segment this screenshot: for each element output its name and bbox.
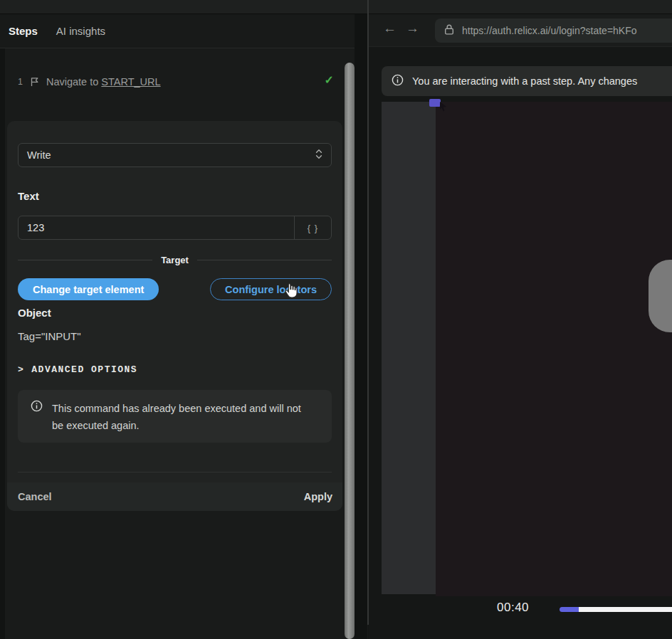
text-input: 123 { } <box>18 216 332 240</box>
step-row[interactable]: 1 Navigate to START_URL ✓ <box>18 74 338 90</box>
app-window: Steps AI insights 1 Navigate to START_UR… <box>0 0 672 639</box>
configure-locators-button[interactable]: Configure locators <box>210 278 332 300</box>
lock-icon <box>444 23 454 38</box>
variables-braces-button[interactable]: { } <box>294 216 331 239</box>
object-value: Tag="INPUT" <box>18 330 81 342</box>
change-target-element-button[interactable]: Change target element <box>18 278 159 300</box>
hand-cursor-icon <box>283 282 298 302</box>
divider-line <box>197 260 332 260</box>
window-top-strip <box>0 0 672 14</box>
editor-footer: Cancel Apply <box>7 482 342 511</box>
step-action-text: Navigate to <box>46 76 98 88</box>
url-text: https://auth.relicx.ai/u/login?state=hKF… <box>462 25 637 36</box>
panel-gutter <box>355 14 367 639</box>
steps-panel: Steps AI insights 1 Navigate to START_UR… <box>0 14 368 639</box>
text-input-value[interactable]: 123 <box>19 216 294 239</box>
panel-left-edge <box>0 14 5 639</box>
select-chevrons-icon <box>315 148 322 163</box>
chevron-right-icon: > <box>18 364 24 375</box>
step-editor-card: Write Text 123 { } Target Change <box>7 121 342 511</box>
screenshot-content-region <box>436 102 672 596</box>
flag-icon <box>30 77 39 87</box>
info-icon <box>31 400 43 443</box>
executed-notice-text: This command has already been executed a… <box>52 400 308 443</box>
info-icon <box>392 74 404 89</box>
playback-progress-bar[interactable] <box>560 607 672 612</box>
apply-button[interactable]: Apply <box>304 491 332 502</box>
object-label: Object <box>18 307 51 319</box>
tab-steps[interactable]: Steps <box>9 25 38 37</box>
progress-remaining-segment <box>579 607 672 612</box>
screenshot-cursor-icon <box>439 101 448 115</box>
command-select[interactable]: Write <box>18 143 332 167</box>
panel-scrollbar[interactable] <box>345 63 355 639</box>
panel-tabbar: Steps AI insights <box>0 14 355 48</box>
advanced-options-label: ADVANCED OPTIONS <box>31 364 137 375</box>
progress-done-segment <box>560 607 579 612</box>
target-section-divider: Target <box>18 253 332 266</box>
playback-time: 00:40 <box>497 601 529 615</box>
preview-panel: ← → https://auth.relicx.ai/u/login?state… <box>369 14 672 639</box>
floating-side-handle[interactable] <box>649 260 672 332</box>
step-description: Navigate to START_URL <box>46 76 161 88</box>
command-select-value: Write <box>27 149 315 161</box>
advanced-options-toggle[interactable]: > ADVANCED OPTIONS <box>18 364 137 375</box>
divider-line <box>18 260 152 260</box>
browser-bar: ← → https://auth.relicx.ai/u/login?state… <box>369 14 672 47</box>
step-success-check-icon: ✓ <box>325 73 334 87</box>
cancel-button[interactable]: Cancel <box>18 491 52 502</box>
step-number: 1 <box>18 77 23 87</box>
target-divider-label: Target <box>161 255 189 265</box>
tab-ai-insights[interactable]: AI insights <box>56 25 105 37</box>
past-step-banner-text: You are interacting with a past step. An… <box>412 75 637 87</box>
screenshot-sidebar-region <box>382 102 436 594</box>
text-field-label: Text <box>18 190 39 202</box>
footer-divider <box>18 472 332 472</box>
executed-notice: This command has already been executed a… <box>18 390 332 443</box>
target-buttons-row: Change target element Configure locators <box>18 278 332 300</box>
url-bar[interactable]: https://auth.relicx.ai/u/login?state=hKF… <box>435 19 672 43</box>
back-arrow-icon[interactable]: ← <box>383 21 397 36</box>
step-target-link[interactable]: START_URL <box>101 76 160 88</box>
forward-arrow-icon[interactable]: → <box>406 21 419 36</box>
past-step-banner: You are interacting with a past step. An… <box>382 66 672 96</box>
